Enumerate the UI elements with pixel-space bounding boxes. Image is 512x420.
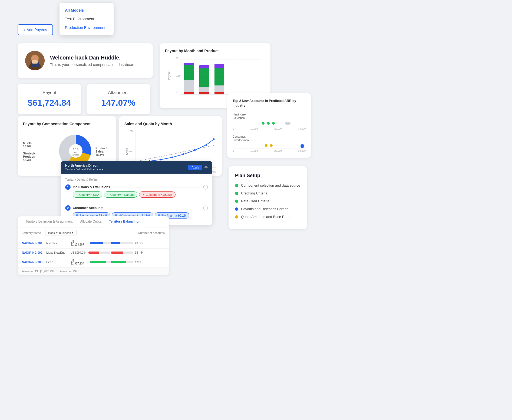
welcome-text: Welcome back Dan Huddle, This is your pe…	[50, 55, 137, 67]
chip-x-icon: ✕	[142, 193, 144, 196]
avatar	[25, 51, 45, 70]
step1-row: 1 Inclusions & Exclusions	[65, 184, 208, 190]
legend-mbos: MBOs: 15.9%	[23, 141, 58, 148]
chevron-down-icon: ▾	[72, 231, 74, 234]
svg-point-15	[194, 149, 196, 151]
y-label-5k: 5k	[176, 57, 265, 59]
svg-point-12	[160, 159, 162, 161]
tab-allocate[interactable]: Allocate Quota	[76, 216, 105, 227]
row1-amount: US $1,123,987	[71, 240, 88, 246]
row2-id: NADIR-NE-002	[22, 251, 46, 254]
step1-node	[203, 185, 208, 190]
plan-item-2: Crediting Criteria	[235, 191, 300, 195]
chip-customers-label: Customers < $500M	[146, 193, 172, 196]
territory-header: North America Direct Territory Define & …	[61, 161, 212, 174]
plan-item-4: Payouts and Releases Criteria	[235, 207, 300, 211]
dot-3	[272, 122, 275, 125]
welcome-card: Welcome back Dan Huddle, This is your pe…	[18, 43, 153, 78]
chip-canada-label: Country = Canada	[110, 193, 135, 196]
bar-group-2	[199, 65, 209, 94]
pie-legend: MBOs: 15.9% Strategic Product: 48.3%	[23, 141, 58, 161]
row3-id: NADIR-NE-003	[22, 260, 46, 264]
step2-badge: 2	[65, 205, 71, 211]
plan-dot-2	[235, 192, 238, 195]
book-of-business-dropdown[interactable]: Book of business ▾	[45, 230, 77, 236]
svg-text:North: North	[73, 151, 78, 153]
row2-name: Mass NewEng	[46, 251, 71, 254]
apply-button[interactable]: Apply	[188, 165, 202, 170]
step2-node	[203, 206, 208, 210]
model-dropdown[interactable]: All Models Test Environment Production E…	[60, 3, 114, 35]
svg-point-13	[171, 156, 173, 158]
row1-settings-icon[interactable]: ⚙	[140, 241, 143, 245]
table-row: NADIR-NE-003 Penn US $1,987,234 1789	[18, 257, 169, 267]
row2-acc-num: 35	[135, 251, 138, 254]
step2-row: 2 Customer Accounts	[65, 205, 208, 211]
num-accounts-label: Number of accounts	[138, 231, 165, 234]
dropdown-item-all-models[interactable]: All Models	[60, 6, 114, 15]
svg-point-14	[183, 153, 184, 155]
territory-table-card: Territory Definition & Assignment Alloca…	[18, 216, 169, 275]
footer-avg-accounts: Average: 997	[60, 270, 77, 273]
table-toolbar: Territory name Book of business ▾ Number…	[18, 227, 169, 238]
bar-group-1	[184, 63, 194, 94]
row2-amount: US $994,234	[71, 251, 86, 254]
territory-define-card: North America Direct Territory Define & …	[61, 161, 212, 225]
sales-quota-title: Sales and Quota by Month	[124, 122, 216, 126]
dropdown-item-production[interactable]: Production Environment	[60, 23, 114, 32]
payout-y-axis-label: Payout	[168, 71, 171, 80]
plan-item-1: Component selection and data source	[235, 183, 300, 187]
dot-6	[270, 144, 273, 147]
table-row: NADIR-NE-001 NYC NY US $1,123,987 20 ⚙	[18, 238, 169, 249]
row3-accounts: 1789	[111, 261, 144, 264]
pie-chart-title: Payout by Compensation Component	[23, 122, 111, 126]
plan-item-3: Rate Card Criteria	[235, 199, 300, 203]
row2-bar: US $994,234	[71, 251, 111, 254]
territory-header-sub: Territory Define & Refine	[65, 168, 95, 171]
plan-item-4-label: Payouts and Releases Criteria	[241, 207, 289, 211]
row2-label: Consumer,Entertainment...	[233, 135, 306, 142]
payout-month-title: Payout by Month and Product	[165, 49, 265, 53]
legend-strategic: Strategic Product: 48.3%	[23, 152, 58, 161]
chip-pharma-pct: 90.1%	[178, 214, 186, 217]
dot-row-healthcare: Healthcare,Education... 010,00020,00030,…	[233, 113, 306, 130]
chip-canada[interactable]: ✓ Country = Canada	[104, 191, 138, 198]
attainment-label: Attainment	[93, 90, 144, 95]
tab-balancing[interactable]: Territory Balancing	[105, 216, 142, 227]
plan-title: Plan Setup	[235, 173, 300, 178]
plan-item-3-label: Rate Card Criteria	[241, 199, 269, 203]
row3-amount: US $1,987,234	[71, 259, 88, 265]
svg-text:1.1b: 1.1b	[73, 148, 78, 151]
dot-7	[300, 144, 304, 148]
payout-label: Payout	[24, 90, 75, 95]
sales-y-10m: 10M	[128, 130, 133, 133]
tab-definition[interactable]: Territory Definition & Assignment	[22, 216, 76, 227]
top-accounts-chart: Top 2 New Accounts in Predicted ARR by I…	[227, 93, 311, 158]
row1-acc-num: 20	[135, 242, 138, 245]
dropdown-value: Book of business	[48, 231, 71, 234]
chip-customers[interactable]: ✕ Customers < $500M	[139, 191, 175, 198]
table-footer: Average US: $1,987,234 Average: 997	[18, 267, 169, 275]
top-accounts-title: Top 2 New Accounts in Predicted ARR by I…	[233, 99, 306, 108]
svg-point-17	[213, 138, 215, 140]
dot-row-consumer: Consumer,Entertainment... 010,00020,0003…	[233, 135, 306, 152]
add-payees-button[interactable]: + Add Payees	[18, 24, 53, 35]
attainment-value: 147.07%	[93, 98, 144, 108]
chip-usa-label: Country = USA	[79, 193, 99, 196]
svg-text:America: America	[72, 154, 79, 156]
plan-setup-card: Plan Setup Component selection and data …	[229, 166, 307, 229]
plan-item-5-label: Quota Amounts and Base Rates	[241, 215, 291, 219]
chip-usa[interactable]: ✓ Country = USA	[73, 191, 102, 198]
attainment-card: Attainment 147.07%	[87, 84, 150, 114]
footer-avg-amount: Average US: $1,987,234	[22, 270, 54, 273]
dropdown-item-test[interactable]: Test Environment	[60, 15, 114, 23]
row3-acc-num: 1789	[135, 261, 141, 264]
row2-settings-icon[interactable]: ⚙	[140, 251, 143, 254]
row1-label: Healthcare,Education...	[233, 113, 306, 120]
step1-badge: 1	[65, 184, 71, 190]
edit-icon[interactable]: ✏	[204, 165, 208, 170]
row1-bar: US $1,123,987	[71, 240, 111, 246]
payout-value: $61,724.84	[24, 98, 75, 108]
plan-item-2-label: Crediting Criteria	[241, 191, 267, 195]
dot-4	[285, 122, 290, 125]
